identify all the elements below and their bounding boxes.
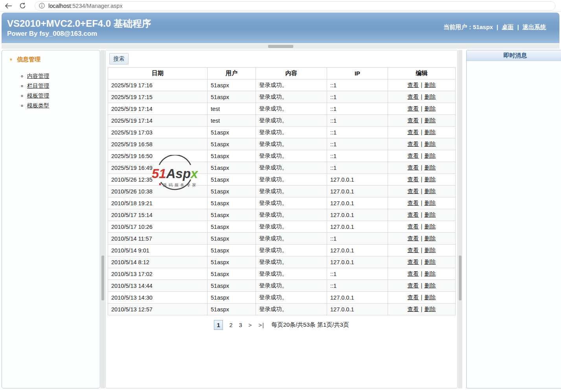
view-link[interactable]: 查看 (408, 117, 419, 123)
cell-edit: 查看|删除 (388, 209, 456, 221)
cell-date: 2010/5/17 15:14 (108, 209, 208, 221)
cell-content: 登录成功。 (256, 186, 327, 197)
view-link[interactable]: 查看 (408, 294, 419, 300)
table-row: 2010/5/13 14:4451aspx登录成功。::1查看|删除 (108, 280, 456, 292)
sidebar-item-label[interactable]: 栏目管理 (27, 83, 49, 89)
cell-content: 登录成功。 (256, 103, 327, 115)
view-link[interactable]: 查看 (408, 153, 419, 159)
sidebar-item-label[interactable]: 模板管理 (27, 92, 49, 99)
delete-link[interactable]: 删除 (424, 117, 436, 123)
desktop-link[interactable]: 桌面 (502, 24, 513, 30)
view-link[interactable]: 查看 (408, 141, 419, 147)
delete-link[interactable]: 删除 (424, 294, 436, 300)
delete-link[interactable]: 删除 (424, 141, 436, 147)
view-link[interactable]: 查看 (408, 105, 419, 112)
left-splitter-handle[interactable] (101, 256, 104, 300)
delete-link[interactable]: 删除 (424, 212, 436, 218)
view-link[interactable]: 查看 (408, 94, 419, 100)
view-link[interactable]: 查看 (408, 306, 419, 312)
view-link[interactable]: 查看 (408, 212, 419, 218)
link-separator: | (421, 82, 423, 88)
delete-link[interactable]: 删除 (424, 176, 436, 182)
horizontal-splitter-handle[interactable] (268, 45, 293, 48)
view-link[interactable]: 查看 (408, 247, 419, 253)
cell-user: 51aspx (208, 197, 256, 209)
page-2-link[interactable]: 2 (229, 322, 232, 328)
delete-link[interactable]: 删除 (424, 164, 436, 171)
view-link[interactable]: 查看 (408, 164, 419, 171)
view-link[interactable]: 查看 (408, 259, 419, 265)
view-link[interactable]: 查看 (408, 223, 419, 230)
cell-edit: 查看|删除 (388, 245, 456, 256)
cell-user: 51aspx (208, 245, 256, 256)
view-link[interactable]: 查看 (408, 129, 419, 135)
delete-link[interactable]: 删除 (424, 247, 436, 253)
table-row: 2010/5/26 10:3851aspx登录成功。127.0.0.1查看|删除 (108, 186, 456, 197)
view-link[interactable]: 查看 (408, 235, 419, 241)
sidebar-group-info[interactable]: ▼ 信息管理 (2, 56, 100, 63)
link-separator: | (421, 164, 423, 171)
back-icon[interactable] (4, 2, 13, 10)
page-info-icon[interactable] (39, 3, 45, 9)
refresh-icon[interactable] (18, 2, 27, 10)
col-header-date: 日期 (108, 68, 208, 79)
cell-ip: ::1 (327, 127, 388, 138)
sidebar-item-template-mgmt[interactable]: 模板管理 (27, 92, 100, 99)
sidebar-item-column-mgmt[interactable]: 栏目管理 (27, 83, 100, 90)
delete-link[interactable]: 删除 (424, 259, 436, 265)
cell-date: 2025/5/19 17:14 (108, 115, 208, 127)
cell-date: 2010/5/13 14:30 (108, 292, 208, 304)
last-page-link[interactable]: >| (259, 322, 265, 328)
view-link[interactable]: 查看 (408, 271, 419, 277)
sidebar-item-label[interactable]: 内容管理 (27, 73, 49, 79)
view-link[interactable]: 查看 (408, 176, 419, 182)
delete-link[interactable]: 删除 (424, 271, 436, 277)
main-panel: 搜索 日期 用户 内容 IP 编辑 2025/5/19 17:1651aspx登… (105, 50, 458, 388)
cell-ip: ::1 (327, 268, 388, 280)
logout-link[interactable]: 退出系统 (522, 24, 546, 30)
delete-link[interactable]: 删除 (424, 82, 436, 88)
delete-link[interactable]: 删除 (424, 188, 436, 194)
cell-edit: 查看|删除 (388, 233, 456, 245)
cell-content: 登录成功。 (256, 91, 327, 103)
delete-link[interactable]: 删除 (424, 153, 436, 159)
cell-user: 51aspx (208, 138, 256, 150)
cell-content: 登录成功。 (256, 162, 327, 174)
cell-date: 2025/5/19 17:15 (108, 91, 208, 103)
next-page-link[interactable]: > (248, 322, 252, 328)
cell-date: 2010/5/26 12:35 (108, 174, 208, 186)
search-button[interactable]: 搜索 (109, 53, 129, 64)
link-separator: | (421, 153, 423, 159)
delete-link[interactable]: 删除 (424, 223, 436, 230)
table-row: 2025/5/19 17:0351aspx登录成功。::1查看|删除 (108, 127, 456, 138)
cell-edit: 查看|删除 (388, 268, 456, 280)
table-row: 2010/5/14 11:5751aspx登录成功。::1查看|删除 (108, 233, 456, 245)
delete-link[interactable]: 删除 (424, 129, 436, 135)
sidebar-item-label[interactable]: 模板类型 (27, 102, 49, 109)
delete-link[interactable]: 删除 (424, 306, 436, 312)
view-link[interactable]: 查看 (408, 282, 419, 289)
view-link[interactable]: 查看 (408, 200, 419, 206)
delete-link[interactable]: 删除 (424, 200, 436, 206)
delete-link[interactable]: 删除 (424, 94, 436, 100)
link-separator: | (421, 141, 423, 147)
sidebar-item-content-mgmt[interactable]: 内容管理 (27, 73, 100, 80)
cell-user: 51aspx (208, 304, 256, 315)
right-splitter-handle[interactable] (459, 256, 462, 300)
cell-user: 51aspx (208, 186, 256, 197)
cell-date: 2025/5/19 17:03 (108, 127, 208, 138)
delete-link[interactable]: 删除 (424, 105, 436, 112)
cell-content: 登录成功。 (256, 280, 327, 292)
sidebar-item-template-type[interactable]: 模板类型 (27, 102, 100, 109)
view-link[interactable]: 查看 (408, 188, 419, 194)
cell-date: 2010/5/26 10:38 (108, 186, 208, 197)
view-link[interactable]: 查看 (408, 82, 419, 88)
link-separator: | (421, 306, 423, 312)
pagination-info: 每页20条/共53条 第1页/共3页 (271, 321, 349, 329)
delete-link[interactable]: 删除 (424, 235, 436, 241)
table-row: 2010/5/17 10:2651aspx登录成功。127.0.0.1查看|删除 (108, 221, 456, 233)
app-header: VS2010+MVC2.0+EF4.0 基础程序 Power By fsy_00… (2, 13, 559, 43)
delete-link[interactable]: 删除 (424, 282, 436, 289)
address-bar[interactable]: localhost:5234/Manager.aspx (35, 1, 555, 11)
page-3-link[interactable]: 3 (239, 322, 242, 328)
